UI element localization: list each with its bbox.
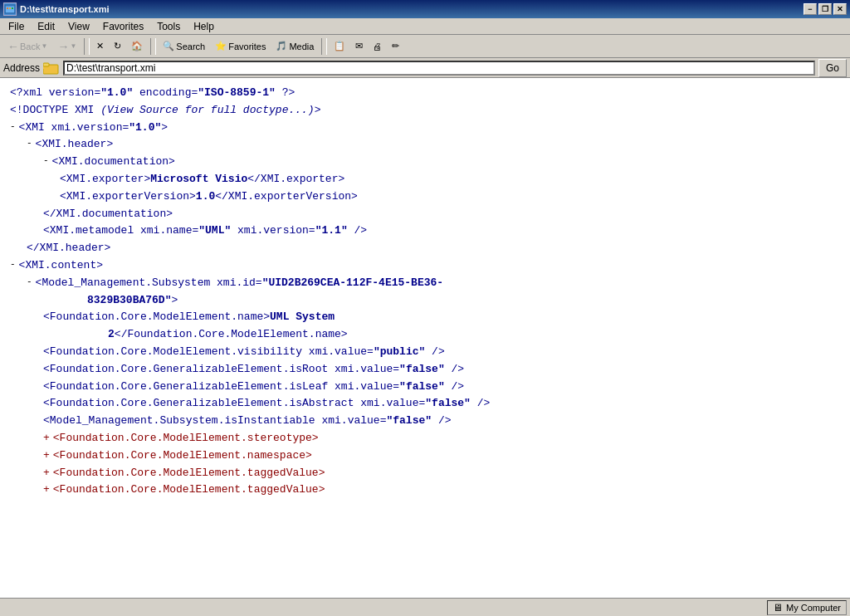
xml-line-4: - <XMI.header>	[10, 136, 840, 154]
status-bar: 🖥 My Computer	[0, 598, 850, 616]
history-button[interactable]: 📋	[330, 37, 349, 56]
model-element-name: <Foundation.Core.ModelElement.name>UML S…	[43, 309, 348, 344]
model-isroot-element: <Foundation.Core.GeneralizableElement.is…	[43, 361, 464, 379]
mail-button[interactable]: ✉	[351, 37, 367, 56]
collapse-content[interactable]: -	[10, 257, 16, 272]
collapse-xmi[interactable]: -	[10, 120, 16, 134]
window-title: D:\test\transport.xmi	[20, 4, 110, 14]
svg-point-2	[7, 7, 8, 9]
status-right: 🖥 My Computer	[767, 600, 847, 615]
xml-line-5: - <XMI.documentation>	[10, 154, 840, 171]
close-button[interactable]: ✕	[833, 3, 847, 15]
stop-icon: ✕	[96, 41, 104, 51]
menu-edit[interactable]: Edit	[31, 19, 61, 34]
folder-icon	[43, 61, 60, 75]
refresh-icon: ↻	[114, 41, 121, 51]
svg-point-4	[12, 7, 13, 9]
favorites-button[interactable]: ⭐ Favorites	[211, 37, 270, 56]
model-isinstantiable-element: <Model_Management.Subsystem.isInstantiab…	[43, 413, 451, 430]
svg-rect-7	[43, 63, 49, 66]
xml-line-1: <?xml version="1.0" encoding="ISO-8859-1…	[10, 85, 840, 102]
model-isabstract-element: <Foundation.Core.GeneralizableElement.is…	[43, 395, 490, 413]
xml-line-9: <XMI.metamodel xmi.name="UML" xmi.versio…	[10, 222, 840, 240]
xml-line-12: - <Model_Management.Subsystem xmi.id="UI…	[10, 275, 840, 310]
search-button[interactable]: 🔍 Search	[159, 37, 209, 56]
xml-line-13: <Foundation.Core.ModelElement.name>UML S…	[10, 309, 840, 344]
xml-line-19: + <Foundation.Core.ModelElement.stereoty…	[10, 430, 840, 447]
xml-line-20: + <Foundation.Core.ModelElement.namespac…	[10, 447, 840, 465]
xmi-content-element: <XMI.content>	[19, 257, 103, 275]
xml-line-2: <!DOCTYPE XMI (View Source for full doct…	[10, 102, 840, 120]
collapse-header[interactable]: -	[27, 136, 32, 151]
computer-status-panel: 🖥 My Computer	[767, 600, 847, 615]
forward-arrow-icon: →	[57, 40, 69, 53]
media-button[interactable]: 🎵 Media	[271, 37, 318, 56]
print-icon: 🖨	[373, 42, 382, 51]
xmi-header-element: <XMI.header>	[36, 136, 114, 154]
xml-declaration: <?xml version="1.0" encoding="ISO-8859-1…	[10, 85, 295, 102]
minimize-button[interactable]: −	[804, 3, 817, 15]
refresh-button[interactable]: ↻	[110, 37, 125, 56]
menu-help[interactable]: Help	[187, 19, 221, 34]
xmi-documentation-element: <XMI.documentation>	[52, 154, 175, 171]
xmi-metamodel-element: <XMI.metamodel xmi.name="UML" xmi.versio…	[43, 222, 367, 240]
search-icon: 🔍	[163, 41, 174, 51]
xml-line-8: </XMI.documentation>	[10, 206, 840, 223]
namespace-element: <Foundation.Core.ModelElement.namespace>	[53, 447, 312, 465]
forward-button[interactable]: → ▼	[53, 37, 81, 56]
back-dropdown-icon: ▼	[41, 42, 47, 50]
restore-button[interactable]: ❐	[818, 3, 832, 15]
xml-content: <?xml version="1.0" encoding="ISO-8859-1…	[0, 78, 850, 598]
back-label: Back	[20, 42, 40, 51]
menu-file[interactable]: File	[2, 19, 31, 34]
content-scroll-area[interactable]: <?xml version="1.0" encoding="ISO-8859-1…	[0, 78, 850, 598]
print-button[interactable]: 🖨	[369, 37, 386, 56]
edit-button[interactable]: ✏	[388, 37, 403, 56]
go-button[interactable]: Go	[818, 59, 847, 77]
address-label: Address	[3, 62, 40, 74]
home-icon: 🏠	[131, 41, 143, 51]
search-label: Search	[176, 42, 205, 51]
menu-bar: File Edit View Favorites Tools Help	[0, 18, 850, 35]
menu-view[interactable]: View	[61, 19, 96, 34]
xml-line-15: <Foundation.Core.GeneralizableElement.is…	[10, 361, 840, 379]
forward-dropdown-icon: ▼	[70, 42, 76, 50]
computer-label: My Computer	[786, 603, 841, 613]
xml-doctype: <!DOCTYPE XMI (View Source for full doct…	[10, 102, 320, 120]
media-icon: 🎵	[276, 41, 287, 51]
stop-button[interactable]: ✕	[92, 37, 108, 56]
window-icon	[3, 2, 17, 16]
collapse-documentation[interactable]: -	[43, 154, 49, 169]
xml-line-10: </XMI.header>	[10, 240, 840, 257]
history-icon: 📋	[334, 41, 345, 51]
xmi-element: <XMI xmi.version="1.0">	[19, 120, 168, 137]
expand-taggedvalue-1[interactable]: +	[43, 465, 50, 482]
home-button[interactable]: 🏠	[127, 37, 147, 56]
xml-line-3: - <XMI xmi.version="1.0">	[10, 120, 840, 137]
expand-namespace[interactable]: +	[43, 447, 50, 465]
expand-taggedvalue-2[interactable]: +	[43, 482, 50, 499]
menu-favorites[interactable]: Favorites	[96, 19, 150, 34]
back-button[interactable]: ← Back ▼	[3, 37, 51, 56]
model-visibility-element: <Foundation.Core.ModelElement.visibility…	[43, 344, 445, 361]
xmi-header-close: </XMI.header>	[27, 240, 110, 257]
xmi-exporter-version-element: <XMI.exporterVersion>1.0</XMI.exporterVe…	[60, 188, 358, 206]
expand-stereotype[interactable]: +	[43, 430, 50, 447]
collapse-subsystem[interactable]: -	[27, 275, 32, 290]
media-label: Media	[289, 42, 314, 51]
xmi-documentation-close: </XMI.documentation>	[43, 206, 173, 223]
menu-tools[interactable]: Tools	[150, 19, 187, 34]
title-bar: D:\test\transport.xmi − ❐ ✕	[0, 0, 850, 18]
window-controls: − ❐ ✕	[804, 3, 847, 15]
computer-icon: 🖥	[773, 602, 783, 614]
back-arrow-icon: ←	[7, 40, 19, 53]
xml-line-16: <Foundation.Core.GeneralizableElement.is…	[10, 379, 840, 396]
favorites-label: Favorites	[228, 42, 266, 51]
address-input[interactable]	[63, 61, 815, 76]
model-subsystem-element: <Model_Management.Subsystem xmi.id="UID2…	[36, 275, 443, 310]
taggedvalue-1-element: <Foundation.Core.ModelElement.taggedValu…	[53, 465, 325, 482]
xml-line-11: - <XMI.content>	[10, 257, 840, 275]
xml-line-7: <XMI.exporterVersion>1.0</XMI.exporterVe…	[10, 188, 840, 206]
xml-line-6: <XMI.exporter>Microsoft Visio</XMI.expor…	[10, 171, 840, 188]
model-isleaf-element: <Foundation.Core.GeneralizableElement.is…	[43, 379, 464, 396]
